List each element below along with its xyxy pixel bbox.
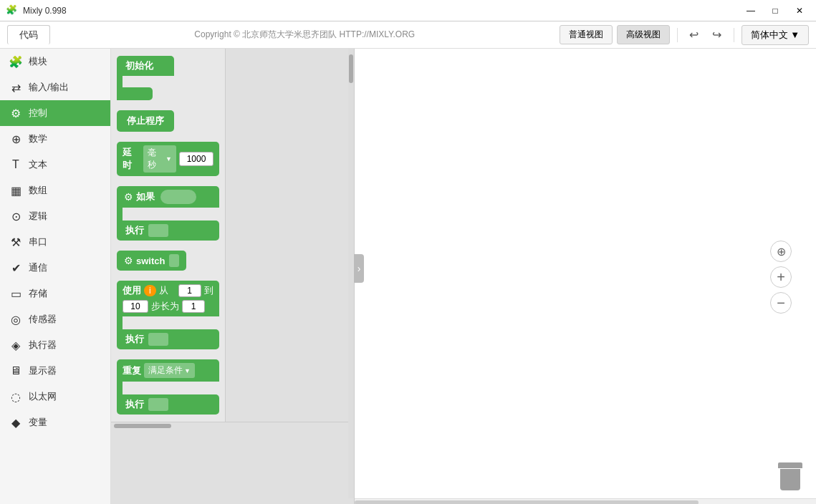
zoom-out-button[interactable]: −: [770, 292, 792, 314]
sidebar-item-storage[interactable]: ▭ 存储: [0, 281, 110, 306]
init-label: 初始化: [125, 60, 153, 71]
switch-gear-icon: ⚙: [124, 255, 133, 266]
redo-button[interactable]: ↪: [708, 26, 726, 44]
sidebar-label-io: 输入/输出: [29, 81, 69, 94]
separator2: [734, 28, 734, 42]
serial-icon: ⚒: [9, 236, 23, 249]
toolbar: 代码 Copyright © 北京师范大学米思齐团队 HTTP://MIXLY.…: [0, 21, 816, 49]
switch-block[interactable]: ⚙ switch: [117, 251, 219, 271]
sidebar-item-display[interactable]: 🖥 显示器: [0, 358, 110, 384]
sidebar-item-sensors[interactable]: ◎ 传感器: [0, 306, 110, 332]
vertical-scrollbar[interactable]: [348, 49, 354, 498]
for-exec-label: 执行: [125, 333, 144, 346]
sidebar-label-modules: 模块: [29, 55, 47, 68]
undo-button[interactable]: ↩: [685, 26, 704, 44]
gear-icon: ⚙: [124, 191, 133, 203]
code-panel: 初始化 停止程序 延时 毫秒 ▼: [111, 49, 226, 422]
sidebar-label-comms: 通信: [29, 261, 47, 274]
sidebar-label-logic: 逻辑: [29, 210, 47, 223]
workspace-hscrollbar[interactable]: [355, 498, 816, 504]
variables-icon: ◆: [9, 416, 23, 430]
sidebar-label-display: 显示器: [29, 364, 57, 377]
window-controls: — □ ✕: [740, 4, 810, 18]
sidebar-item-comms[interactable]: ✔ 通信: [0, 255, 110, 281]
delay-block[interactable]: 延时 毫秒 ▼: [117, 142, 219, 176]
modules-icon: 🧩: [9, 55, 23, 69]
execute-label1: 执行: [125, 224, 144, 237]
sidebar-label-control: 控制: [29, 107, 47, 120]
sidebar-label-ethernet: 以太网: [29, 390, 57, 403]
repeat-cond-dropdown[interactable]: 满足条件 ▼: [144, 363, 195, 378]
language-button[interactable]: 简体中文 ▼: [741, 25, 809, 45]
vertical-scrollbar-thumb: [349, 54, 353, 83]
if-block[interactable]: ⚙ 如果 执行: [117, 186, 219, 241]
sidebar-label-sensors: 传感器: [29, 313, 57, 326]
main-area: 🧩 模块 ⇄ 输入/输出 ⚙ 控制 ⊕ 数学 T 文本 ▦ 数组 ⊙ 逻辑 ⚒: [0, 49, 816, 504]
sidebar-item-array[interactable]: ▦ 数组: [0, 178, 110, 203]
sensors-icon: ◎: [9, 313, 23, 326]
separator: [677, 28, 678, 42]
delay-label: 延时: [123, 146, 140, 172]
array-icon: ▦: [9, 184, 23, 198]
sidebar-item-logic[interactable]: ⊙ 逻辑: [0, 203, 110, 229]
repeat-block[interactable]: 重复 满足条件 ▼ 执行: [117, 359, 219, 415]
for-block[interactable]: 使用 i 从 到 步长为 执行: [117, 281, 219, 349]
init-block[interactable]: 初始化: [117, 56, 219, 100]
sidebar-item-text[interactable]: T 文本: [0, 152, 110, 178]
tab-code[interactable]: 代码: [7, 25, 50, 44]
delay-value-input[interactable]: [179, 152, 213, 166]
code-panel-hscrollbar[interactable]: [111, 422, 354, 429]
io-icon: ⇄: [9, 81, 23, 94]
collapse-tab[interactable]: ›: [354, 254, 364, 283]
switch-label: switch: [136, 256, 165, 266]
sidebar-label-text: 文本: [29, 158, 47, 171]
if-label: 如果: [136, 190, 155, 203]
comms-icon: ✔: [9, 261, 23, 275]
for-to-label: 到: [204, 284, 213, 297]
ethernet-icon: ◌: [9, 390, 23, 404]
sidebar-item-math[interactable]: ⊕ 数学: [0, 126, 110, 152]
for-step-label: 步长为: [151, 300, 179, 313]
maximize-button[interactable]: □: [764, 4, 786, 18]
minimize-button[interactable]: —: [740, 4, 762, 18]
logic-icon: ⊙: [9, 210, 23, 223]
workspace[interactable]: ⊕ + −: [355, 49, 816, 504]
close-button[interactable]: ✕: [789, 4, 810, 18]
view-advanced-button[interactable]: 高级视图: [617, 25, 670, 44]
sidebar-label-variables: 变量: [29, 416, 47, 429]
stop-label: 停止程序: [127, 115, 164, 126]
storage-icon: ▭: [9, 287, 23, 301]
sidebar-label-actuators: 执行器: [29, 339, 57, 352]
stop-block[interactable]: 停止程序: [117, 110, 219, 132]
display-icon: 🖥: [9, 364, 23, 377]
for-var-badge: i: [144, 285, 156, 296]
trash-container: [777, 462, 803, 494]
sidebar-item-serial[interactable]: ⚒ 串口: [0, 229, 110, 255]
sidebar-item-actuators[interactable]: ◈ 执行器: [0, 332, 110, 358]
sidebar-label-array: 数组: [29, 184, 47, 197]
sidebar-label-math: 数学: [29, 132, 47, 145]
sidebar-item-ethernet[interactable]: ◌ 以太网: [0, 384, 110, 410]
sidebar: 🧩 模块 ⇄ 输入/输出 ⚙ 控制 ⊕ 数学 T 文本 ▦ 数组 ⊙ 逻辑 ⚒: [0, 49, 111, 504]
sidebar-item-modules[interactable]: 🧩 模块: [0, 49, 110, 74]
code-panel-hscrollbar-thumb: [114, 424, 171, 428]
sidebar-item-control[interactable]: ⚙ 控制: [0, 100, 110, 126]
sidebar-item-variables[interactable]: ◆ 变量: [0, 410, 110, 435]
control-icon: ⚙: [9, 107, 23, 120]
for-step-input[interactable]: [182, 300, 205, 313]
trash-lid: [778, 462, 802, 468]
app-icon: 🧩: [6, 4, 19, 17]
view-normal-button[interactable]: 普通视图: [560, 25, 613, 44]
for-to-input[interactable]: [123, 300, 148, 313]
copyright-text: Copyright © 北京师范大学米思齐团队 HTTP://MIXLY.ORG: [54, 29, 555, 41]
text-icon: T: [9, 158, 23, 171]
zoom-in-button[interactable]: +: [770, 266, 792, 288]
zoom-center-button[interactable]: ⊕: [770, 241, 792, 262]
sidebar-label-storage: 存储: [29, 287, 47, 300]
for-from-input[interactable]: [178, 284, 201, 297]
repeat-exec-label: 执行: [125, 398, 144, 411]
app-title: Mixly 0.998: [23, 6, 740, 16]
sidebar-label-serial: 串口: [29, 236, 47, 248]
sidebar-item-io[interactable]: ⇄ 输入/输出: [0, 74, 110, 100]
delay-unit-dropdown[interactable]: 毫秒 ▼: [143, 145, 176, 173]
